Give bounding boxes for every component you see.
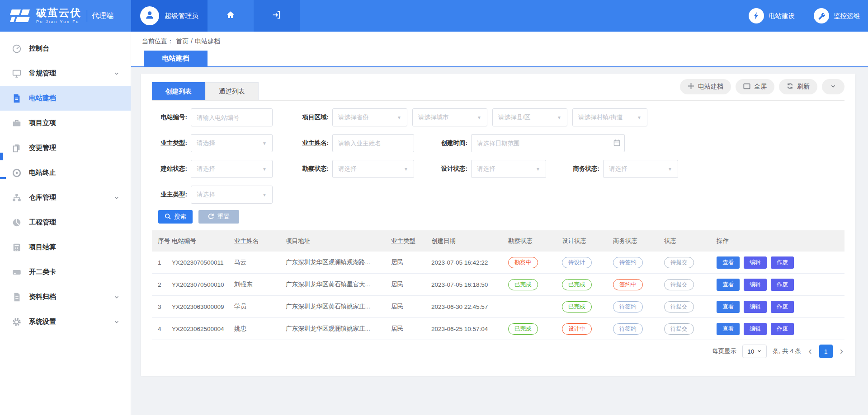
search-button[interactable]: 搜索 bbox=[158, 210, 193, 224]
province-select[interactable]: 请选择省份▼ bbox=[332, 108, 407, 126]
chevron-down-icon bbox=[113, 195, 120, 201]
select-arrow-icon: ▼ bbox=[637, 115, 642, 120]
chevron-down-icon bbox=[113, 70, 120, 77]
void-button[interactable]: 作废 bbox=[771, 279, 794, 291]
breadcrumb-home-link[interactable]: 首页 bbox=[176, 37, 189, 46]
build-status-label: 建站状态: bbox=[152, 165, 187, 173]
page-number-button[interactable]: 1 bbox=[819, 345, 833, 358]
nav-monitor-ops[interactable]: 监控运维 bbox=[814, 8, 860, 23]
nav-station-build-label: 电站建设 bbox=[769, 12, 795, 20]
owner-type-select[interactable]: 请选择▼ bbox=[191, 134, 273, 152]
select-arrow-icon: ▼ bbox=[262, 141, 267, 146]
sitemap-icon bbox=[12, 193, 22, 203]
town-select[interactable]: 请选择村镇/街道▼ bbox=[572, 108, 647, 126]
sidebar-item-warehouse-mgmt[interactable]: 仓库管理 bbox=[0, 185, 131, 210]
edit-button[interactable]: 编辑 bbox=[744, 279, 767, 291]
sidebar-item-data-archive[interactable]: 资料归档 bbox=[0, 284, 131, 309]
void-button[interactable]: 作废 bbox=[771, 301, 794, 313]
nav-monitor-ops-label: 监控运维 bbox=[834, 12, 860, 20]
sidebar-item-console[interactable]: 控制台 bbox=[0, 36, 131, 61]
station-code-input[interactable] bbox=[191, 108, 273, 126]
status-badge: 待提交 bbox=[664, 323, 694, 335]
status-badge: 勘察中 bbox=[508, 257, 538, 268]
county-select[interactable]: 请选择县/区▼ bbox=[492, 108, 567, 126]
card-icon bbox=[12, 267, 22, 277]
reset-icon bbox=[208, 213, 214, 221]
view-button[interactable]: 查看 bbox=[717, 323, 740, 335]
owner-type-label: 业主类型: bbox=[152, 139, 187, 147]
page-tab-station-archive[interactable]: 电站建档 bbox=[144, 51, 208, 66]
sidebar-item-general-mgmt[interactable]: 常规管理 bbox=[0, 61, 131, 86]
fullscreen-button[interactable]: 全屏 bbox=[736, 79, 774, 94]
sidebar-item-station-archive[interactable]: 电站建档 bbox=[0, 86, 131, 111]
business-status-select[interactable]: 请选择▼ bbox=[603, 160, 678, 178]
gauge-icon bbox=[12, 44, 22, 54]
user-name: 超级管理员 bbox=[165, 12, 198, 20]
sidebar-item-system-settings[interactable]: 系统设置 bbox=[0, 309, 131, 334]
select-arrow-icon: ▼ bbox=[262, 192, 267, 197]
view-button[interactable]: 查看 bbox=[717, 256, 740, 269]
breadcrumb: 当前位置： 首页 / 电站建档 bbox=[142, 37, 220, 46]
owner-name-label: 业主姓名: bbox=[293, 139, 329, 147]
user-menu[interactable]: 超级管理员 bbox=[131, 0, 208, 32]
void-button[interactable]: 作废 bbox=[771, 323, 794, 335]
status-badge: 已完成 bbox=[562, 279, 592, 290]
prev-page-button[interactable]: ‹ bbox=[807, 346, 813, 356]
status-badge: 已完成 bbox=[508, 323, 538, 335]
edit-button[interactable]: 编辑 bbox=[744, 301, 767, 313]
next-page-button[interactable]: › bbox=[839, 346, 844, 356]
city-select[interactable]: 请选择城市▼ bbox=[412, 108, 487, 126]
breadcrumb-separator: / bbox=[191, 37, 193, 46]
logout-button[interactable] bbox=[254, 0, 300, 32]
status-badge: 待提交 bbox=[664, 301, 694, 312]
target-icon bbox=[12, 168, 22, 178]
select-arrow-icon: ▼ bbox=[477, 115, 481, 120]
status-badge: 已完成 bbox=[508, 279, 538, 290]
status-badge: 签约中 bbox=[613, 279, 643, 290]
sidebar-item-project-settlement[interactable]: 项目结算 bbox=[0, 235, 131, 260]
tab-passed-list[interactable]: 通过列表 bbox=[205, 82, 259, 100]
owner-name-input[interactable] bbox=[332, 134, 414, 152]
chevron-down-icon bbox=[113, 294, 120, 300]
sidebar-item-project-initiation[interactable]: 项目立项 bbox=[0, 111, 131, 135]
refresh-button[interactable]: 刷新 bbox=[779, 79, 817, 94]
create-time-range-input[interactable] bbox=[471, 134, 625, 152]
select-arrow-icon: ▼ bbox=[668, 167, 672, 172]
copy-icon bbox=[12, 143, 22, 153]
select-arrow-icon: ▼ bbox=[557, 115, 561, 120]
nav-station-build[interactable]: 电站建设 bbox=[749, 8, 795, 23]
topbar: 破茧云伏 Po Jian Yun Fu 代理端 超级管理员 bbox=[0, 0, 868, 32]
briefcase-icon bbox=[12, 118, 22, 128]
sidebar-item-station-termination[interactable]: 电站终止 bbox=[0, 160, 131, 185]
sidebar-item-change-mgmt[interactable]: 变更管理 bbox=[0, 135, 131, 160]
sidebar-item-engineering-mgmt[interactable]: 工程管理 bbox=[0, 210, 131, 235]
page-size-select[interactable]: 10 bbox=[742, 345, 767, 358]
total-label: 条, 共 4 条 bbox=[773, 347, 801, 355]
brand: 破茧云伏 Po Jian Yun Fu 代理端 bbox=[0, 0, 131, 32]
avatar bbox=[140, 6, 159, 25]
fullscreen-icon bbox=[743, 83, 750, 91]
build-status-select[interactable]: 请选择▼ bbox=[191, 160, 273, 178]
status-badge: 待设计 bbox=[562, 257, 592, 268]
collapse-toolbar-button[interactable] bbox=[822, 79, 844, 94]
refresh-icon bbox=[787, 83, 793, 91]
reset-button[interactable]: 重置 bbox=[198, 210, 239, 224]
survey-status-select[interactable]: 请选择▼ bbox=[332, 160, 414, 178]
owner-type2-label: 业主类型: bbox=[152, 191, 187, 199]
edit-button[interactable]: 编辑 bbox=[744, 256, 767, 269]
tab-create-list[interactable]: 创建列表 bbox=[152, 82, 205, 100]
sidebar-item-class2-card[interactable]: 开二类卡 bbox=[0, 260, 131, 284]
select-arrow-icon: ▼ bbox=[404, 167, 408, 172]
add-station-button[interactable]: 电站建档 bbox=[680, 79, 731, 94]
void-button[interactable]: 作废 bbox=[771, 256, 794, 269]
select-arrow-icon: ▼ bbox=[262, 167, 267, 172]
edit-button[interactable]: 编辑 bbox=[744, 323, 767, 335]
home-button[interactable] bbox=[208, 0, 254, 32]
owner-type2-select[interactable]: 请选择▼ bbox=[191, 186, 273, 204]
table-row: 3 YX2023063000009 学员 广东深圳龙华区黄石镇姚家庄... 居民… bbox=[152, 296, 844, 318]
brand-logo-icon bbox=[10, 8, 31, 24]
view-button[interactable]: 查看 bbox=[717, 279, 740, 291]
design-status-select[interactable]: 请选择▼ bbox=[471, 160, 546, 178]
view-button[interactable]: 查看 bbox=[717, 301, 740, 313]
document-icon bbox=[12, 93, 22, 103]
